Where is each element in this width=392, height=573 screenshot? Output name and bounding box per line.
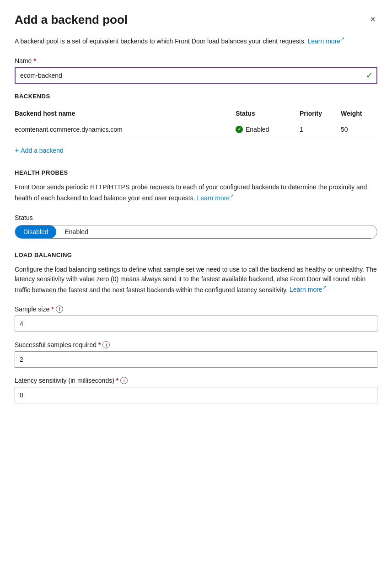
health-probes-heading: HEALTH PROBES	[15, 169, 377, 176]
name-input[interactable]	[15, 67, 377, 84]
latency-required: *	[116, 377, 118, 384]
panel-header: Add a backend pool ×	[15, 13, 377, 27]
backend-host: ecomtenant.commerce.dynamics.com	[15, 126, 236, 133]
sample-size-input[interactable]	[15, 316, 377, 332]
load-balancing-description: Configure the load balancing settings to…	[15, 265, 377, 295]
latency-sensitivity-label: Latency sensitivity (in milliseconds) * …	[15, 377, 377, 384]
health-probes-learn-more[interactable]: Learn more↗	[197, 194, 234, 202]
backends-table: Backend host name Status Priority Weight…	[15, 106, 377, 138]
health-probes-description: Front Door sends periodic HTTP/HTTPS pro…	[15, 182, 377, 203]
panel: Add a backend pool × A backend pool is a…	[0, 0, 392, 573]
health-probe-status-label: Status	[15, 214, 377, 221]
backend-weight: 50	[341, 126, 377, 133]
toggle-enabled-button[interactable]: Enabled	[56, 225, 96, 238]
health-probes-section: HEALTH PROBES Front Door sends periodic …	[15, 169, 377, 239]
name-required-indicator: *	[33, 57, 36, 64]
col-priority: Priority	[300, 110, 341, 117]
name-input-wrapper: ✓	[15, 67, 377, 84]
lb-external-icon: ↗	[322, 285, 327, 290]
load-balancing-heading: LOAD BALANCING	[15, 252, 377, 258]
backend-status: Enabled	[236, 126, 300, 133]
input-valid-icon: ✓	[366, 70, 373, 80]
successful-samples-required: *	[98, 341, 101, 348]
name-label: Name *	[15, 57, 377, 64]
table-header: Backend host name Status Priority Weight	[15, 106, 377, 121]
toggle-disabled-button[interactable]: Disabled	[15, 225, 56, 238]
health-external-icon: ↗	[230, 193, 234, 198]
successful-samples-input[interactable]	[15, 351, 377, 368]
successful-samples-label: Successful samples required * i	[15, 341, 377, 348]
learn-more-link-1[interactable]: Learn more↗	[308, 37, 345, 45]
external-link-icon: ↗	[340, 36, 344, 42]
backend-priority: 1	[300, 126, 341, 133]
name-field: Name * ✓	[15, 57, 377, 84]
table-row[interactable]: ecomtenant.commerce.dynamics.com Enabled…	[15, 121, 377, 138]
backends-heading: BACKENDS	[15, 93, 377, 100]
health-probe-toggle: Disabled Enabled	[15, 225, 377, 239]
latency-sensitivity-input[interactable]	[15, 387, 377, 403]
health-probe-status-field: Status Disabled Enabled	[15, 214, 377, 239]
successful-samples-info-icon[interactable]: i	[102, 341, 110, 348]
sample-size-required: *	[51, 305, 54, 313]
panel-description: A backend pool is a set of equivalent ba…	[15, 35, 377, 46]
plus-icon: +	[15, 146, 19, 155]
col-host: Backend host name	[15, 110, 236, 117]
latency-info-icon[interactable]: i	[120, 377, 128, 384]
add-backend-button[interactable]: + Add a backend	[15, 146, 64, 155]
sample-size-field: Sample size * i	[15, 305, 377, 332]
successful-samples-field: Successful samples required * i	[15, 341, 377, 368]
sample-size-info-icon[interactable]: i	[56, 305, 63, 313]
col-weight: Weight	[341, 110, 377, 117]
latency-sensitivity-field: Latency sensitivity (in milliseconds) * …	[15, 377, 377, 403]
col-status: Status	[236, 110, 300, 117]
load-balancing-learn-more[interactable]: Learn more↗	[290, 286, 327, 293]
close-button[interactable]: ×	[368, 13, 377, 26]
sample-size-label: Sample size * i	[15, 305, 377, 313]
backends-section: BACKENDS Backend host name Status Priori…	[15, 93, 377, 155]
load-balancing-section: LOAD BALANCING Configure the load balanc…	[15, 252, 377, 404]
panel-title: Add a backend pool	[15, 13, 128, 27]
status-enabled-icon	[236, 126, 243, 133]
